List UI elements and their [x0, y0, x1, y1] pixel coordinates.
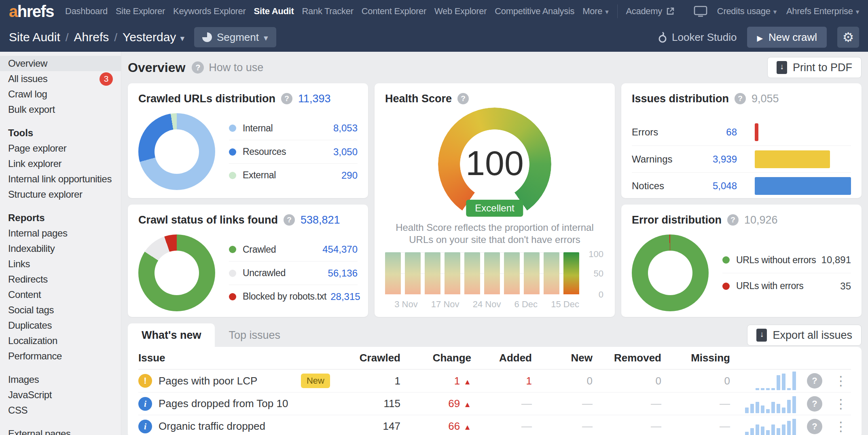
ahrefs-logo[interactable]: ahrefs: [9, 2, 54, 21]
crawl-date-dropdown[interactable]: Yesterday: [123, 30, 184, 44]
legend-item-urls-without-errors[interactable]: URLs without errors10,891: [722, 247, 851, 273]
tab-what-s-new[interactable]: What's new: [128, 323, 215, 347]
legend-item-internal[interactable]: Internal8,053: [229, 116, 358, 140]
legend-item-uncrawled[interactable]: Uncrawled56,136: [229, 261, 358, 285]
sidebar-item-javascript[interactable]: JavaScript: [0, 387, 121, 403]
sidebar-item-external-pages[interactable]: External pages: [0, 426, 121, 435]
sidebar-item-internal-link-opportunities[interactable]: Internal link opportunities: [0, 171, 121, 187]
sidebar-item-links[interactable]: Links: [0, 256, 121, 272]
nav-item-site-explorer[interactable]: Site Explorer: [116, 6, 165, 17]
help-icon[interactable]: [281, 93, 292, 104]
health-history-bar[interactable]: [445, 252, 460, 294]
health-history-bar[interactable]: [544, 252, 559, 294]
nav-item-rank-tracker[interactable]: Rank Tracker: [302, 6, 353, 17]
health-history-bar[interactable]: [425, 252, 440, 294]
column-header-issue[interactable]: Issue: [138, 352, 345, 364]
issues-dist-row-errors[interactable]: Errors68: [632, 119, 851, 146]
account-menu[interactable]: Ahrefs Enterprise: [786, 6, 859, 17]
legend-item-resources[interactable]: Resources3,050: [229, 140, 358, 163]
error-distribution-donut-chart[interactable]: [632, 234, 709, 311]
sidebar-item-social-tags[interactable]: Social tags: [0, 302, 121, 318]
how-to-use-link[interactable]: How to use: [209, 61, 263, 74]
crawled-urls-total[interactable]: 11,393: [298, 93, 331, 105]
issue-name[interactable]: Organic traffic dropped: [159, 420, 265, 433]
health-history-bar[interactable]: [385, 252, 401, 294]
crawl-status-donut-chart[interactable]: [138, 234, 215, 311]
sidebar-item-images[interactable]: Images: [0, 372, 121, 387]
column-header-removed[interactable]: Removed: [594, 352, 663, 364]
column-header-crawled[interactable]: Crawled: [345, 352, 402, 364]
nav-item-academy[interactable]: Academy: [626, 6, 675, 17]
health-history-bar[interactable]: [464, 252, 480, 294]
legend-item-crawled[interactable]: Crawled454,370: [229, 238, 358, 261]
sidebar-item-bulk-export[interactable]: Bulk export: [0, 102, 121, 117]
kebab-menu-icon[interactable]: [831, 397, 851, 410]
help-icon[interactable]: [192, 61, 204, 74]
sidebar-item-redirects[interactable]: Redirects: [0, 272, 121, 287]
sidebar-item-content[interactable]: Content: [0, 287, 121, 302]
health-history-bar[interactable]: [484, 252, 500, 294]
help-icon[interactable]: [735, 93, 746, 104]
column-header-added[interactable]: Added: [473, 352, 534, 364]
column-header-change[interactable]: Change: [402, 352, 473, 364]
column-header-missing[interactable]: Missing: [663, 352, 732, 364]
breadcrumb-site-audit[interactable]: Site Audit: [9, 30, 60, 44]
change-value: 1: [402, 375, 473, 387]
help-icon[interactable]: [457, 93, 469, 104]
issues-dist-row-notices[interactable]: Notices5,048: [632, 172, 851, 198]
sidebar-item-overview[interactable]: Overview: [0, 56, 121, 71]
credits-usage-menu[interactable]: Credits usage: [717, 6, 777, 17]
health-history-bar[interactable]: [405, 252, 421, 294]
crawl-status-total[interactable]: 538,821: [301, 214, 340, 226]
nav-item-site-audit[interactable]: Site Audit: [254, 6, 294, 17]
legend-item-external[interactable]: External290: [229, 163, 358, 187]
history-sparkline[interactable]: [732, 395, 798, 413]
issue-name[interactable]: Pages with poor LCP: [159, 375, 257, 387]
kebab-menu-icon[interactable]: [831, 420, 851, 433]
nav-item-web-explorer[interactable]: Web Explorer: [434, 6, 487, 17]
issues-dist-row-warnings[interactable]: Warnings3,939: [632, 146, 851, 172]
kebab-menu-icon[interactable]: [831, 374, 851, 387]
help-icon[interactable]: [807, 419, 822, 434]
column-header-new[interactable]: New: [534, 352, 594, 364]
sidebar-item-duplicates[interactable]: Duplicates: [0, 318, 121, 333]
nav-item-more[interactable]: More: [582, 6, 608, 17]
health-history-bar[interactable]: [563, 252, 579, 294]
sidebar-item-internal-pages[interactable]: Internal pages: [0, 226, 121, 241]
monitor-icon[interactable]: [694, 6, 707, 17]
nav-item-dashboard[interactable]: Dashboard: [65, 6, 108, 17]
sidebar-item-page-explorer[interactable]: Page explorer: [0, 141, 121, 156]
settings-gear-button[interactable]: [837, 27, 859, 48]
help-icon[interactable]: [284, 214, 295, 226]
health-history-bar[interactable]: [504, 252, 520, 294]
tab-top-issues[interactable]: Top issues: [215, 323, 294, 347]
sidebar-item-link-explorer[interactable]: Link explorer: [0, 156, 121, 171]
nav-item-keywords-explorer[interactable]: Keywords Explorer: [173, 6, 246, 17]
legend-item-urls-with-errors[interactable]: URLs with errors35: [722, 273, 851, 299]
help-icon[interactable]: [807, 373, 822, 389]
sidebar-item-performance[interactable]: Performance: [0, 348, 121, 364]
sidebar-item-structure-explorer[interactable]: Structure explorer: [0, 187, 121, 202]
sidebar-item-indexability[interactable]: Indexability: [0, 241, 121, 256]
print-to-pdf-button[interactable]: Print to PDF: [767, 57, 862, 78]
crawled-urls-donut-chart[interactable]: [138, 113, 215, 190]
segment-dropdown-button[interactable]: Segment: [194, 27, 276, 47]
export-all-issues-button[interactable]: Export all issues: [747, 325, 862, 346]
sidebar-item-crawl-log[interactable]: Crawl log: [0, 87, 121, 102]
sidebar-item-all-issues[interactable]: All issues3: [0, 71, 121, 87]
health-history-bar[interactable]: [524, 252, 540, 294]
legend-item-blocked-by-robots-txt[interactable]: Blocked by robots.txt28,315: [229, 285, 358, 308]
history-sparkline[interactable]: [732, 372, 798, 390]
sidebar-item-css[interactable]: CSS: [0, 403, 121, 418]
breadcrumb-project[interactable]: Ahrefs: [74, 30, 109, 44]
sidebar-item-localization[interactable]: Localization: [0, 333, 121, 348]
new-crawl-button[interactable]: New crawl: [747, 27, 827, 48]
breadcrumb-separator: [114, 30, 117, 44]
looker-studio-link[interactable]: Looker Studio: [658, 31, 737, 44]
nav-item-content-explorer[interactable]: Content Explorer: [362, 6, 426, 17]
issue-name[interactable]: Pages dropped from Top 10: [159, 397, 288, 410]
help-icon[interactable]: [807, 396, 822, 412]
history-sparkline[interactable]: [732, 417, 798, 435]
nav-item-competitive-analysis[interactable]: Competitive Analysis: [495, 6, 574, 17]
help-icon[interactable]: [727, 214, 739, 226]
